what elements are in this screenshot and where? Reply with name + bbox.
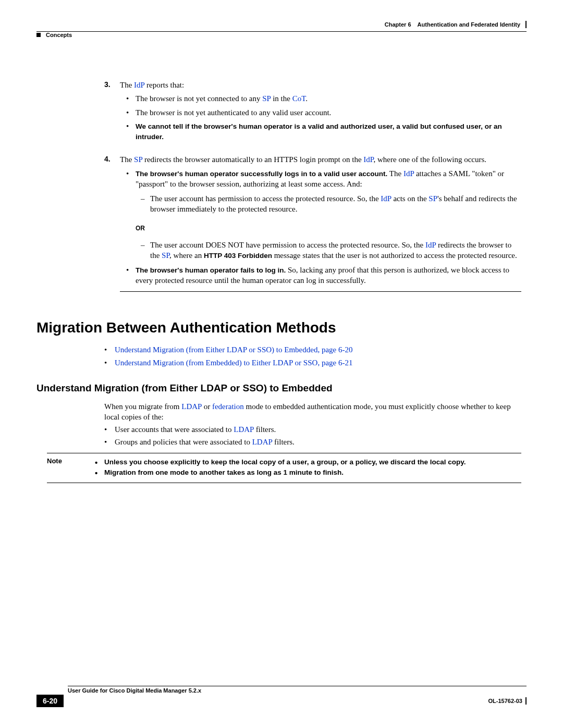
text: filters.	[254, 425, 276, 434]
running-header: Chapter 6 Authentication and Federated I…	[36, 21, 527, 28]
link-idp[interactable]: IdP	[363, 155, 373, 164]
chapter-title: Authentication and Federated Identity	[418, 21, 520, 28]
link-sp[interactable]: SP	[134, 155, 142, 164]
text: The	[120, 81, 134, 89]
link-cot[interactable]: CoT	[292, 94, 306, 103]
chapter-label: Chapter 6	[385, 21, 411, 28]
dash-item: The user account DOES NOT have permissio…	[150, 240, 521, 261]
text-bold: The browser's human operator successfull…	[136, 170, 387, 178]
footer-rule	[68, 686, 527, 686]
page-number: 6-20	[36, 695, 64, 707]
text: The	[120, 155, 134, 164]
list-item: Groups and policies that were associated…	[104, 437, 521, 447]
link-idp[interactable]: IdP	[403, 169, 414, 178]
guide-title: User Guide for Cisco Digital Media Manag…	[68, 687, 201, 694]
link-idp[interactable]: IdP	[425, 241, 436, 249]
text: The	[387, 169, 403, 178]
doc-id: OL-15762-03	[488, 698, 522, 704]
bullet: The browser's human operator successfull…	[136, 168, 521, 261]
subheading-understand: Understand Migration (from Either LDAP o…	[36, 381, 521, 395]
link-ldap[interactable]: LDAP	[181, 402, 202, 411]
text-bold: The browser's human operator fails to lo…	[136, 266, 286, 274]
text: Groups and policies that were associated…	[115, 438, 252, 446]
text: acts on the	[391, 194, 429, 203]
link-idp[interactable]: IdP	[381, 194, 391, 203]
square-marker-icon	[36, 33, 41, 37]
section-rule	[120, 291, 521, 292]
list-item: User accounts that were associated to LD…	[104, 424, 521, 435]
step-number: 3.	[104, 80, 120, 145]
main-content: 3. The IdP reports that: The browser is …	[104, 80, 521, 483]
text: in the	[271, 94, 292, 103]
note-item: Migration from one mode to another takes…	[104, 468, 521, 477]
link-ldap[interactable]: LDAP	[234, 425, 254, 434]
dash-item: The user account has permission to acces…	[150, 193, 521, 215]
link-sp[interactable]: SP	[162, 251, 169, 260]
text: , where an	[169, 251, 204, 260]
text: The browser is not yet connected to any	[136, 94, 262, 103]
note-item: Unless you choose explicitly to keep the…	[104, 458, 521, 467]
page-footer: User Guide for Cisco Digital Media Manag…	[36, 686, 527, 707]
document-page: Chapter 6 Authentication and Federated I…	[0, 0, 563, 728]
text: .	[305, 94, 308, 103]
text: Unless you choose explicitly to keep the…	[104, 458, 466, 466]
link-sp[interactable]: SP	[262, 94, 271, 103]
step-number: 4.	[104, 154, 120, 291]
or-separator: OR	[136, 224, 521, 232]
text-bold: HTTP 403 Forbidden	[204, 252, 272, 260]
step-4: 4. The SP redirects the browser automati…	[104, 154, 521, 291]
note-label: Note	[47, 456, 78, 478]
step-3: 3. The IdP reports that: The browser is …	[104, 80, 521, 145]
list-item: Understand Migration (from Embedded) to …	[104, 357, 521, 368]
bullet: We cannot tell if the browser's human op…	[136, 121, 521, 142]
link-migration-2[interactable]: Understand Migration (from Embedded) to …	[115, 359, 352, 367]
link-idp[interactable]: IdP	[134, 81, 144, 89]
text: When you migrate from	[104, 402, 181, 411]
link-migration-1[interactable]: Understand Migration (from Either LDAP o…	[115, 346, 352, 354]
text: or	[202, 402, 212, 411]
text-bold: We cannot tell if the browser's human op…	[136, 122, 502, 141]
text: Migration from one mode to another takes…	[104, 468, 344, 476]
note-rule	[47, 453, 521, 453]
bullet: The browser is not yet connected to any …	[136, 93, 521, 104]
text: The user account DOES NOT have permissio…	[150, 241, 425, 249]
footer-bar	[525, 697, 527, 705]
link-ldap[interactable]: LDAP	[252, 438, 273, 446]
text: The browser is not yet authenticated to …	[136, 108, 331, 117]
note-block: Note Unless you choose explicitly to kee…	[47, 453, 521, 483]
text: message states that the user is not auth…	[272, 251, 517, 260]
section-running: Concepts	[46, 32, 72, 38]
bullet: The browser's human operator fails to lo…	[136, 265, 521, 286]
header-bar	[525, 21, 527, 28]
link-sp[interactable]: SP	[429, 194, 437, 203]
text: filters.	[272, 438, 295, 446]
text: redirects the browser automatically to a…	[142, 155, 363, 164]
section-running-row: Concepts	[36, 32, 527, 38]
text: User accounts that were associated to	[115, 425, 234, 434]
heading-migration: Migration Between Authentication Methods	[36, 318, 521, 338]
text: , where one of the following occurs.	[373, 155, 486, 164]
list-item: Understand Migration (from Either LDAP o…	[104, 344, 521, 355]
note-rule	[47, 483, 521, 483]
paragraph: When you migrate from LDAP or federation…	[104, 401, 521, 423]
bullet: The browser is not yet authenticated to …	[136, 107, 521, 118]
text: reports that:	[144, 81, 184, 89]
link-federation[interactable]: federation	[212, 402, 244, 411]
text: The user account has permission to acces…	[150, 194, 381, 203]
